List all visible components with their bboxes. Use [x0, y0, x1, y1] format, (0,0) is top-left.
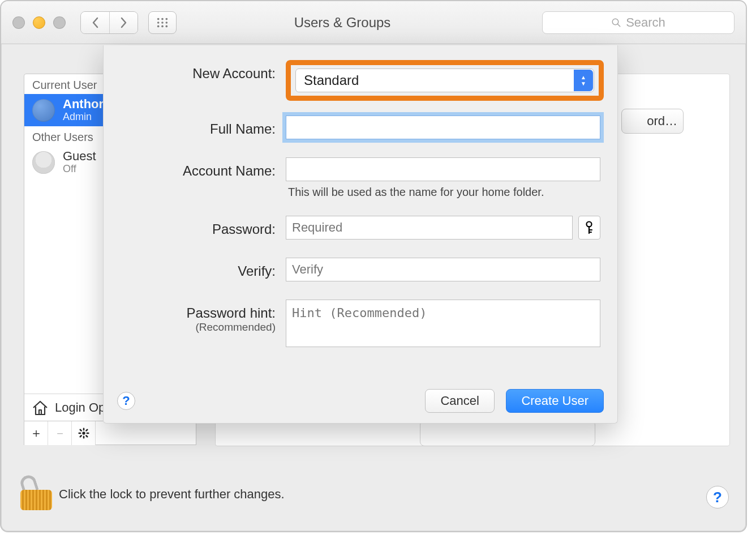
password-assistant-button[interactable] — [578, 216, 600, 240]
lock-button[interactable] — [20, 478, 45, 510]
chevrons-updown-icon — [574, 70, 593, 91]
prefs-window: Users & Groups Search ord… Current User … — [0, 0, 747, 532]
sidebar-actions-button[interactable] — [72, 421, 96, 445]
change-password-button[interactable]: ord… — [621, 109, 684, 134]
account-name-note: This will be used as the name for your h… — [286, 181, 600, 199]
account-name-field[interactable] — [286, 157, 600, 181]
svg-line-18 — [86, 430, 87, 431]
label-new-account: New Account: — [117, 60, 276, 82]
lock-hint-text: Click the lock to prevent further change… — [59, 487, 285, 502]
minimize-window[interactable] — [33, 16, 45, 29]
label-account-name: Account Name: — [117, 157, 276, 179]
window-controls — [9, 16, 66, 29]
window-title: Users & Groups — [153, 15, 532, 31]
search-icon — [611, 18, 621, 28]
titlebar: Users & Groups Search — [1, 1, 746, 44]
svg-point-11 — [82, 431, 85, 434]
prefs-help-button[interactable]: ? — [706, 486, 729, 508]
label-verify: Verify: — [117, 258, 276, 279]
search-placeholder: Search — [626, 15, 665, 30]
create-user-button[interactable]: Create User — [506, 389, 604, 413]
sidebar-controls: ＋ － — [24, 421, 196, 445]
svg-line-19 — [80, 435, 81, 437]
new-account-sheet: New Account: Standard Full Name: Account… — [103, 45, 618, 424]
label-password-hint: Password hint: (Recommended) — [117, 300, 276, 334]
password-field[interactable] — [286, 216, 573, 240]
svg-line-10 — [617, 24, 620, 27]
window-footer: Click the lock to prevent further change… — [1, 458, 746, 531]
back-button[interactable] — [81, 12, 109, 33]
cancel-button[interactable]: Cancel — [425, 389, 494, 413]
avatar — [32, 151, 55, 174]
label-full-name: Full Name: — [117, 116, 276, 137]
forward-button[interactable] — [109, 12, 138, 33]
remove-user-button: － — [48, 421, 72, 445]
gear-icon — [78, 428, 89, 439]
house-icon — [31, 399, 49, 417]
help-button[interactable]: ? — [117, 392, 135, 410]
search-input[interactable]: Search — [542, 11, 734, 34]
highlight-annotation: Standard — [286, 60, 604, 101]
label-password: Password: — [117, 216, 276, 237]
svg-line-17 — [86, 435, 87, 437]
user-status: Off — [63, 163, 96, 175]
detail-strip — [420, 420, 595, 446]
zoom-window[interactable] — [53, 16, 66, 29]
verify-field[interactable] — [286, 258, 600, 281]
svg-line-16 — [80, 430, 81, 431]
new-account-type-popup[interactable]: Standard — [295, 69, 594, 92]
nav-back-forward — [80, 11, 138, 34]
user-name: Guest — [63, 149, 96, 163]
full-name-field[interactable] — [286, 116, 600, 139]
password-hint-field[interactable] — [286, 300, 600, 347]
key-icon — [583, 221, 595, 234]
close-window[interactable] — [12, 16, 25, 29]
avatar — [32, 99, 55, 122]
add-user-button[interactable]: ＋ — [24, 421, 48, 445]
